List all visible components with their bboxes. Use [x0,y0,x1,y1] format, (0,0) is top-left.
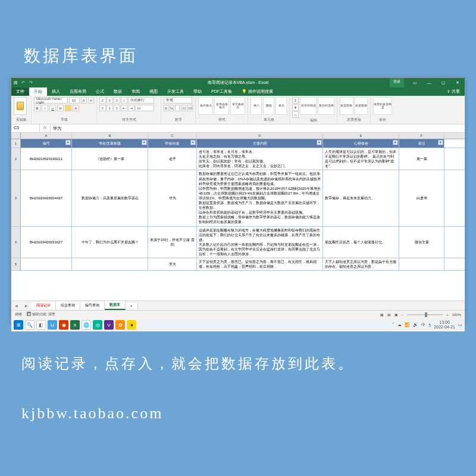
tray-wifi-icon[interactable]: 📶 [405,322,410,327]
header-author[interactable]: 作者/出处▾ [148,139,197,148]
header-title[interactable]: 书名/文章标题▾ [72,139,148,148]
row-header[interactable]: 5 [11,258,21,270]
row-header-1[interactable]: 1 [11,139,21,148]
fx-icon[interactable]: fx [40,124,51,132]
font-size-select[interactable]: 10 [69,97,79,104]
cell-notes[interactable]: 数字储存，将是未来发展动力。 [323,170,399,226]
align-left-icon[interactable]: ≡ [99,105,106,111]
formula-input[interactable]: 华为 [51,124,465,132]
sheet-tab-idquery[interactable]: 编号查询 [80,302,105,309]
header-notes[interactable]: 心得体会▾ [323,139,399,148]
cell-title[interactable] [72,258,148,270]
clear-icon[interactable]: ◇ [292,111,299,118]
tray-onedrive-icon[interactable]: ☁ [397,322,402,327]
header-id[interactable]: 编号▾ [21,139,72,148]
zoom-in-icon[interactable]: + [446,313,449,317]
wrap-text-button[interactable]: 自动换行 [128,97,154,104]
cell-author[interactable]: 李大 [148,258,197,270]
cell-remark[interactable]: 第一章 [399,148,444,170]
col-header-A[interactable]: A [21,133,72,139]
border-button[interactable]: ⊞ [57,105,64,111]
align-right-icon[interactable]: ≡ [114,105,120,111]
row-header[interactable]: 2 [11,148,21,170]
cell-content[interactable]: 道可道，非常道；名可名，非常名。 无名天地之始；有名万物之母。 故常无，欲以观其… [197,148,323,170]
tab-view[interactable]: 视图 [145,87,162,96]
invoice-check2-button[interactable]: 发票查验 [355,97,368,115]
cell-content[interactable]: 这或许是朋友圈最有魅力的地方，在最大程度地捕像架村和留存我们的现实生活的前提下，… [197,227,323,258]
fill-color-button[interactable] [65,105,71,111]
indent-dec-icon[interactable]: ⇤ [121,105,127,111]
app-icon-5[interactable]: ✿ [115,320,125,330]
grid-area[interactable]: A B C D E F 1 编号▾ 书名/文章标题▾ 作者/出处▾ 主要内容▾ … [11,133,465,300]
indent-inc-icon[interactable]: ⇥ [128,105,134,111]
cell-id[interactable]: BH20220420231627 [21,227,72,258]
percent-icon[interactable]: % [170,105,174,111]
col-header-C[interactable]: C [148,133,197,139]
cell-content[interactable]: 数据存储的重要性让它已正认成为各国创新，和竞争开展下一轮前沿。包括非易失性存储，… [197,170,323,226]
sheet-tab-query[interactable]: 综合查询 [56,302,80,309]
zoom-level[interactable]: 100% [452,313,461,317]
taskview-icon[interactable]: ◧ [36,320,46,330]
tab-review[interactable]: 审阅 [127,87,145,96]
header-remark[interactable]: 前注▾ [399,139,444,148]
col-header-E[interactable]: E [323,133,399,139]
redo-icon[interactable]: ↷ [29,80,35,86]
undo-icon[interactable]: ↶ [21,80,27,86]
currency-icon[interactable]: $ [164,105,168,111]
cell-id[interactable]: BH20220420204437 [21,170,72,226]
tab-file[interactable]: 文件 [11,87,29,96]
autosum-icon[interactable]: Σ [292,97,299,104]
cell-author[interactable]: 老子 [148,148,197,170]
tab-data[interactable]: 数据 [109,87,127,96]
col-header-F[interactable]: F [399,133,444,139]
tray-time[interactable]: 13:00 [434,320,455,325]
dec-decimal-icon[interactable]: .00 [187,105,193,111]
shrink-font-icon[interactable]: A [88,97,94,104]
view-normal-icon[interactable]: ▦ [380,312,384,317]
comma-icon[interactable]: , [175,105,180,111]
row-header[interactable]: 4 [11,227,21,258]
cell-notes[interactable]: 人生的规律是可以认识的，是可掌握的，但并不是我们平常所认识的那样。 真正的名与利… [323,148,399,170]
excel-icon[interactable]: X [70,320,80,330]
app-icon-6[interactable]: ★ [127,320,136,330]
tray-up-icon[interactable]: ˄ [392,322,394,327]
edge-icon[interactable]: 🌐 [82,320,91,330]
cell-notes[interactable]: 天下人都知道美之所以为美，那是由于有丑陋的存在。都知道善之所以为善， [323,258,399,270]
grow-font-icon[interactable]: A [81,97,87,104]
app-icon-3[interactable]: ◎ [93,320,102,330]
align-center-icon[interactable]: ≡ [107,105,113,111]
save-icon[interactable]: ▤ [14,80,19,86]
close-icon[interactable]: ✕ [450,78,465,87]
zoom-slider[interactable] [407,314,443,315]
ribbon-opts-icon[interactable]: ▭ [408,78,422,87]
filter-icon[interactable]: ▾ [142,140,147,145]
tab-insert[interactable]: 插入 [47,87,65,96]
font-color-button[interactable]: A [73,105,79,111]
cell-title[interactable]: 十年了，我们为什么离不开朋友圈？ [72,227,148,258]
name-box[interactable]: C3 [11,124,40,132]
align-bot-icon[interactable]: ≡ [114,97,120,104]
insert-cells-button[interactable]: 插入 [250,97,262,115]
start-button[interactable]: ⊞ [14,320,23,330]
app-icon-2[interactable]: ◉ [59,320,68,330]
cell-title[interactable]: 《道德经》第一章 [72,148,148,170]
col-header-D[interactable]: D [197,133,323,139]
cell-styles-button[interactable]: 单元格样式 [230,97,245,115]
orient-icon[interactable]: ⤢ [121,97,127,104]
cell-id[interactable] [21,258,72,270]
cond-format-button[interactable]: 条件格式 [198,97,213,115]
font-name-select[interactable]: Microsoft YaHei Light [34,97,68,104]
save-cloud-button[interactable]: 保存到百度网盘 [373,97,392,115]
inc-decimal-icon[interactable]: .0 [181,105,186,111]
tray-net[interactable]: 5 [428,323,431,327]
app-icon-1[interactable]: U [48,320,57,330]
format-cells-button[interactable]: 格式 [275,97,287,115]
filter-icon[interactable]: ▾ [438,140,443,145]
sheet-tab-database[interactable]: 数据库 [105,301,126,310]
cell-title[interactable]: 数据存储力：高质量发展的数字基石 [72,170,148,226]
cell-author[interactable]: 华为 [148,170,197,226]
view-layout-icon[interactable]: ▤ [387,312,391,317]
sort-filter-button[interactable]: 排序和筛选 [300,97,317,115]
login-button[interactable]: 登录 [390,78,404,87]
zoom-out-icon[interactable]: − [402,313,404,317]
